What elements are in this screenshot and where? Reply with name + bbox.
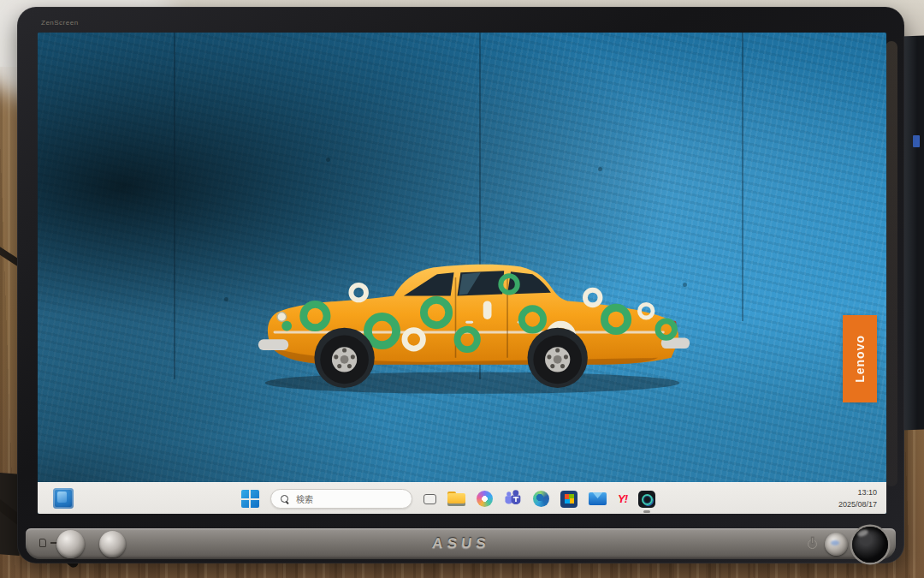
background-sticker [913,135,920,147]
teams-icon[interactable] [504,489,522,509]
power-symbol-icon [808,539,817,549]
sd-card-port-icon [39,539,46,547]
microsoft-logo-grid [565,494,574,504]
search-placeholder: 検索 [296,492,313,505]
vintage-car-graphic [257,232,691,400]
tripod-socket-hole [852,527,888,563]
osd-button-1 [56,530,85,558]
lenovo-wallpaper-badge: Lenovo [843,315,877,402]
lenovo-badge-label: Lenovo [853,335,867,383]
file-explorer-icon[interactable] [447,492,465,506]
wall-seam [742,33,743,321]
search-icon [281,495,289,504]
wallpaper-car [257,232,691,400]
copilot-icon[interactable] [477,491,493,507]
clock-date: 2025/08/17 [838,499,877,511]
bezel-brand-label: ZenScreen [41,19,79,27]
zenscreen-monitor: ZenScreen [17,7,904,563]
monitor-bottom-strip: ASUS [26,528,896,559]
taskbar-clock[interactable]: 13:10 2025/08/17 [838,487,877,510]
osd-button-2 [99,531,126,557]
yahoo-japan-icon[interactable]: Y! [618,492,627,505]
power-button [825,533,848,556]
start-button[interactable] [241,490,259,508]
teams-icon-graphic [504,489,522,505]
running-indicator [643,510,650,513]
windows-taskbar: 検索 [38,482,886,514]
running-app-icon[interactable] [638,491,655,508]
clock-time: 13:10 [838,487,877,499]
edge-icon[interactable] [533,491,549,507]
search-box[interactable]: 検索 [270,489,412,509]
background-device-edge [901,36,924,431]
mail-icon[interactable] [589,492,607,505]
widgets-icon[interactable] [53,488,74,509]
taskbar-center-group: 検索 [241,483,655,514]
microsoft-store-icon[interactable] [560,491,578,508]
desk-photo: ZenScreen [0,0,924,578]
bezel-reflection [886,41,897,486]
task-view-button[interactable] [424,494,436,504]
asus-logo: ASUS [431,535,490,552]
desktop-screen: Lenovo 検索 [38,33,886,514]
wall-seam [174,33,175,379]
